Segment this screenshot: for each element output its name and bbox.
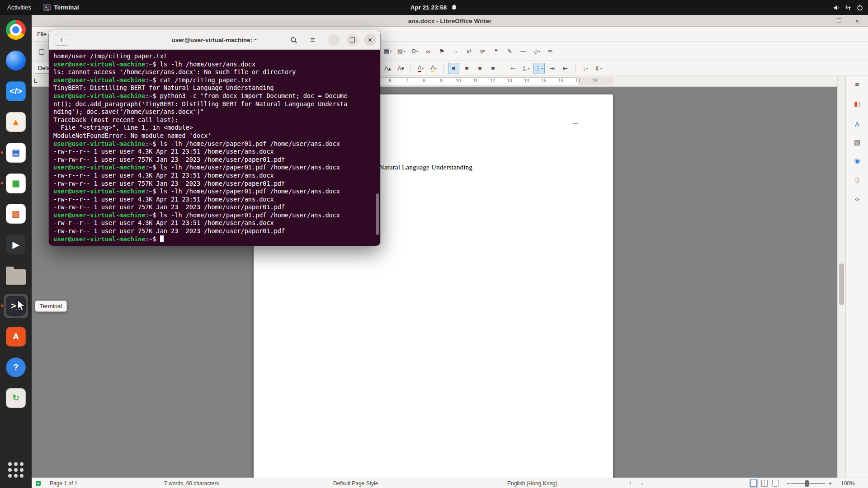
highlight-color-icon[interactable]: A▾ (428, 63, 439, 74)
outline-list-icon[interactable]: ⋮▾ (533, 63, 545, 74)
ruler-number: 12 (490, 78, 495, 83)
clock-menu[interactable]: Apr 21 23:58 (410, 4, 458, 11)
chevron-down-icon: ▾ (586, 66, 588, 70)
new-document-icon[interactable]: ▢ (36, 46, 47, 57)
vlc-icon[interactable]: ▲ (5, 111, 27, 133)
search-button[interactable] (288, 34, 300, 46)
terminal-line: user@user-virtual-machine:~$ ls -lh /hom… (53, 61, 376, 69)
align-center-icon[interactable]: ≡ (461, 63, 472, 74)
insert-cross-reference-icon[interactable]: → (450, 46, 461, 57)
libreoffice-writer-icon[interactable]: ▤ (5, 142, 27, 164)
sidebar-settings-icon[interactable]: ≡ (851, 78, 863, 90)
insert-bookmark-icon[interactable]: ⚑ (436, 46, 448, 57)
properties-icon[interactable]: ◧ (851, 98, 863, 110)
special-character-icon[interactable]: Ω▾ (409, 46, 420, 57)
format-toolbar-group: A▴A▾A▾A▾≡≡≡≡•▾1.▾⋮▾⇥⇤↕▾⇕▾ (382, 63, 604, 74)
status-language[interactable]: English (Hong Kong) (507, 478, 557, 488)
status-page-style[interactable]: Default Page Style (333, 478, 378, 488)
insert-image-icon[interactable]: ▨▾ (396, 46, 407, 57)
terminal-close-button[interactable] (364, 34, 376, 46)
insert-table-icon[interactable]: ▦▾ (382, 46, 393, 57)
terminal-headerbar[interactable]: + user@user-virtual-machine: ~ ≡ (49, 30, 380, 50)
terminal-body[interactable]: home/user /tmp/citing_paper.txtuser@user… (49, 50, 380, 246)
files-icon[interactable] (5, 264, 27, 286)
ordered-list-icon[interactable]: 1.▾ (520, 63, 532, 74)
libreoffice-calc-icon[interactable]: ▦ (5, 173, 27, 194)
terminal-line: File "<string>", line 1, in <module> (53, 124, 376, 132)
document-saved-icon (36, 481, 41, 486)
terminal-scrollbar[interactable] (376, 193, 379, 235)
chrome-icon[interactable] (5, 19, 27, 41)
chrome-logo (6, 20, 26, 40)
ruler-number: 7 (406, 78, 409, 83)
page-icon[interactable]: ▯ (851, 174, 863, 186)
browser-icon[interactable] (5, 50, 27, 71)
ruler-number: 11 (473, 78, 477, 83)
terminal-maximize-button[interactable] (346, 34, 359, 46)
zoom-out-button[interactable]: − (786, 478, 790, 488)
increase-indent-icon[interactable]: ⇥ (547, 63, 558, 74)
paragraph-spacing-icon[interactable]: ⇕▾ (593, 63, 604, 74)
app-menu[interactable]: >_ Terminal (43, 4, 79, 11)
shrink-font-icon[interactable]: A▾ (395, 63, 406, 74)
vertical-scrollbar[interactable] (837, 76, 845, 478)
insert-hyperlink-icon[interactable]: ∞ (423, 46, 434, 57)
horizontal-line-icon[interactable]: — (518, 46, 529, 57)
styles-icon[interactable]: A (851, 118, 863, 130)
libreoffice-impress-icon-glyph: ▧ (6, 204, 26, 224)
unordered-list-icon[interactable]: •▾ (507, 63, 519, 74)
libreoffice-impress-icon[interactable]: ▧ (5, 203, 27, 225)
zoom-slider-thumb[interactable] (805, 480, 809, 487)
software-updater-icon[interactable]: ↻ (5, 387, 27, 409)
single-page-view-icon[interactable] (750, 480, 757, 487)
decrease-indent-icon[interactable]: ⇤ (560, 63, 571, 74)
chevron-down-icon: ▾ (538, 49, 540, 53)
align-right-icon[interactable]: ≡ (474, 63, 486, 74)
activities-button[interactable]: Activities (7, 4, 31, 11)
align-justify-icon[interactable]: ≡ (487, 63, 499, 74)
show-applications-icon[interactable] (5, 459, 27, 481)
status-page-count[interactable]: Page 1 of 1 (50, 478, 77, 488)
writer-minimize-button[interactable] (817, 17, 825, 24)
line-spacing-icon[interactable]: ↕▾ (580, 63, 591, 74)
show-draw-functions-icon[interactable]: ✑ (545, 46, 556, 57)
grow-font-icon[interactable]: A▴ (382, 63, 393, 74)
style-inspector-icon[interactable]: ✧ (851, 194, 863, 206)
multi-page-view-icon[interactable] (761, 480, 768, 487)
menu-file[interactable]: File (33, 31, 50, 38)
writer-maximize-button[interactable] (835, 17, 843, 24)
scrollbar-thumb[interactable] (839, 263, 844, 305)
clock-label: Apr 21 23:58 (410, 4, 447, 11)
writer-titlebar[interactable]: ans.docx - LibreOffice Writer (32, 15, 868, 27)
book-view-icon[interactable] (772, 480, 778, 487)
insert-comment-icon[interactable]: ❝ (491, 46, 502, 57)
basic-shapes-icon[interactable]: ◇▾ (531, 46, 542, 57)
ubuntu-software-icon-glyph: A (6, 327, 26, 347)
toolbar-separator (503, 64, 503, 73)
help-icon[interactable]: ? (5, 357, 27, 378)
insert-endnote-icon[interactable]: xⁿ (477, 46, 488, 57)
insert-footnote-icon[interactable]: x¹ (463, 46, 475, 57)
terminal-minimize-button[interactable] (327, 34, 340, 46)
selection-mode-icon[interactable]: I (629, 478, 631, 488)
power-icon (856, 4, 863, 11)
mouse-cursor (17, 299, 28, 312)
document-modified-icon[interactable]: ▫ (641, 478, 643, 488)
media-player-icon[interactable]: ▶ (5, 234, 27, 255)
track-changes-icon[interactable]: ✎ (504, 46, 515, 57)
libreoffice-writer-icon-glyph: ▤ (6, 143, 26, 163)
terminal-line: -rw-r--r-- 1 user user 4.3K Apr 21 23:51… (53, 172, 376, 180)
chevron-down-icon: ▾ (422, 66, 424, 70)
zoom-in-button[interactable]: + (828, 478, 832, 488)
align-left-icon[interactable]: ≡ (448, 63, 459, 74)
system-status-area[interactable] (833, 4, 863, 11)
font-color-icon[interactable]: A▾ (415, 63, 426, 74)
status-word-count[interactable]: 7 words, 60 characters (164, 478, 219, 488)
zoom-level[interactable]: 100% (841, 478, 855, 488)
vscode-icon[interactable]: </> (5, 80, 27, 102)
ubuntu-software-icon[interactable]: A (5, 326, 27, 347)
gallery-icon[interactable]: ▧ (851, 136, 863, 148)
menu-button[interactable]: ≡ (307, 34, 319, 46)
writer-close-button[interactable] (854, 17, 861, 24)
navigator-icon[interactable]: ◉ (851, 155, 863, 167)
